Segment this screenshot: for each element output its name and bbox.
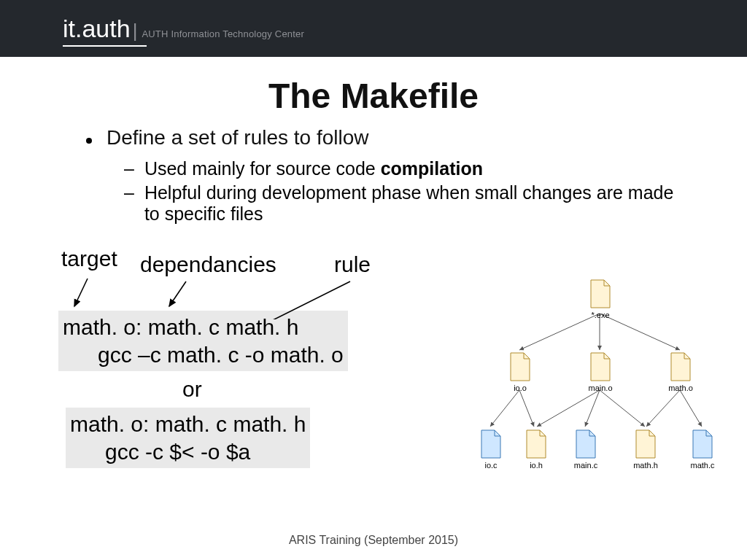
- sub-bullet-1-text: Used mainly for source code compilation: [144, 158, 483, 179]
- label-target: target: [61, 246, 117, 271]
- sub-bullet-2-text: Helpful during development phase when sm…: [144, 182, 680, 225]
- or-separator: or: [182, 377, 467, 402]
- label-dependancies: dependancies: [140, 252, 276, 277]
- diagram-labels: target dependancies rule: [58, 246, 467, 283]
- file-icon: [690, 429, 715, 459]
- logo-it: it: [63, 15, 75, 43]
- logo-auth: auth: [82, 15, 130, 43]
- file-label: main.c: [574, 461, 597, 470]
- code1-line1: math. o: math. c math. h: [63, 314, 344, 341]
- file-label: main.o: [588, 384, 612, 392]
- file-label: *.exe: [591, 311, 609, 319]
- dash-icon: –: [124, 158, 134, 179]
- file-label: io.h: [530, 461, 543, 470]
- bullet-main: Define a set of rules to follow: [67, 126, 680, 149]
- svg-line-8: [537, 390, 600, 427]
- sub-bullet-1: – Used mainly for source code compilatio…: [124, 158, 680, 179]
- file-icon: [508, 351, 533, 382]
- dash-icon: –: [124, 182, 134, 203]
- logo-dot: .: [75, 15, 82, 43]
- file-maino: main.o: [584, 351, 617, 392]
- file-matho: math.o: [664, 351, 697, 392]
- svg-line-9: [585, 390, 600, 427]
- code1-line2: gcc –c math. c -o math. o: [63, 341, 344, 369]
- slide-title: The Makefile: [0, 76, 747, 116]
- file-icon: [479, 429, 503, 459]
- svg-line-6: [490, 390, 519, 427]
- file-ioc: io.c: [474, 429, 508, 470]
- content-area: Define a set of rules to follow – Used m…: [0, 126, 747, 225]
- svg-line-12: [680, 390, 702, 427]
- file-label: math.o: [668, 384, 693, 392]
- file-ioo: io.o: [503, 351, 537, 392]
- sub-bullet-2: – Helpful during development phase when …: [124, 182, 680, 225]
- logo-subtitle: AUTH Information Technology Center: [142, 28, 304, 39]
- logo-separator: |: [133, 20, 138, 42]
- site-logo: it . auth | AUTH Information Technology …: [63, 15, 304, 43]
- logo-underline: [63, 45, 147, 47]
- makefile-diagram: target dependancies rule math. o: math. …: [58, 246, 467, 468]
- sub-bullet-list: – Used mainly for source code compilatio…: [124, 158, 680, 225]
- file-label: io.o: [514, 384, 527, 392]
- label-rule: rule: [334, 252, 371, 277]
- file-label: math.h: [633, 461, 658, 470]
- file-icon: [588, 279, 613, 309]
- file-icon: [668, 351, 693, 382]
- bullet-dot-icon: [86, 138, 92, 144]
- svg-line-11: [646, 390, 680, 427]
- code2-line2: gcc -c $< -o $a: [70, 438, 306, 466]
- file-mathc: math.c: [686, 429, 719, 470]
- file-mathh: math.h: [629, 429, 662, 470]
- file-label: io.c: [484, 461, 497, 470]
- code-example-2: math. o: math. c math. h gcc -c $< -o $a: [66, 408, 310, 468]
- sub1-bold: compilation: [381, 158, 483, 179]
- footer-text: ARIS Training (September 2015): [0, 534, 747, 547]
- file-ioh: io.h: [519, 429, 553, 470]
- file-tree: *.exe io.o main.o math.o io.c io.h main.…: [477, 277, 725, 496]
- file-icon: [573, 429, 598, 459]
- code-example-1: math. o: math. c math. h gcc –c math. c …: [58, 311, 348, 371]
- file-label: math.c: [690, 461, 714, 470]
- file-mainc: main.c: [569, 429, 603, 470]
- file-icon: [633, 429, 658, 459]
- svg-line-7: [519, 390, 534, 427]
- svg-line-10: [600, 390, 645, 427]
- header-bar: it . auth | AUTH Information Technology …: [0, 0, 747, 57]
- bullet-text: Define a set of rules to follow: [107, 126, 369, 149]
- file-icon: [524, 429, 549, 459]
- sub1-pre: Used mainly for source code: [144, 158, 381, 179]
- file-exe: *.exe: [584, 279, 617, 319]
- file-icon: [588, 351, 613, 382]
- code2-line1: math. o: math. c math. h: [70, 411, 306, 438]
